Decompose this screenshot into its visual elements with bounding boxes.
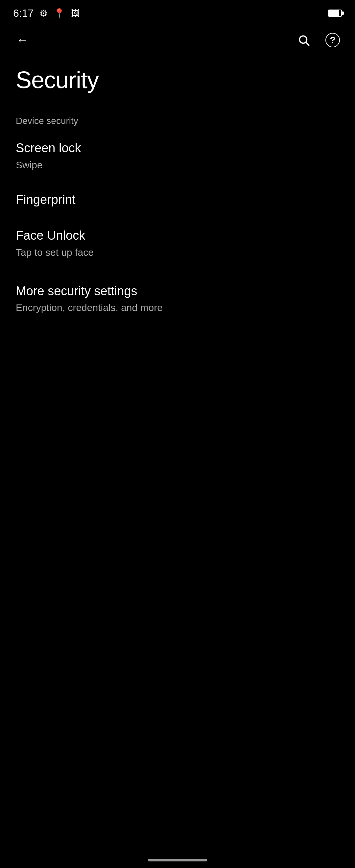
back-button[interactable]: ←: [13, 31, 32, 49]
screen-lock-subtitle: Swipe: [16, 158, 339, 171]
screen-lock-title: Screen lock: [16, 141, 339, 156]
status-bar: 6:17 ⚙ 📍 🖼: [0, 0, 355, 24]
fingerprint-title: Fingerprint: [16, 192, 339, 208]
nav-left: ←: [13, 31, 32, 49]
help-button[interactable]: ?: [323, 31, 342, 49]
home-indicator: [148, 859, 207, 861]
battery-icon: [328, 9, 342, 17]
status-bar-left: 6:17 ⚙ 📍 🖼: [13, 7, 79, 20]
top-nav: ← ?: [0, 24, 355, 57]
more-security-settings-subtitle: Encryption, credentials, and more: [16, 301, 339, 314]
screenshot-icon: 🖼: [71, 8, 79, 19]
device-security-label: Device security: [16, 116, 78, 126]
device-security-section-header: Device security: [0, 106, 355, 130]
more-security-settings-title: More security settings: [16, 284, 339, 299]
fingerprint-item[interactable]: Fingerprint: [0, 182, 355, 218]
gear-icon: ⚙: [39, 8, 48, 19]
page-title-section: Security: [0, 57, 355, 100]
back-arrow-icon: ←: [16, 33, 29, 48]
status-time: 6:17: [13, 7, 34, 20]
settings-list: Device security Screen lock Swipe Finger…: [0, 100, 355, 331]
help-circle-icon: ?: [325, 33, 340, 48]
search-button[interactable]: [294, 31, 313, 49]
face-unlock-subtitle: Tap to set up face: [16, 246, 339, 259]
page-title: Security: [16, 66, 339, 93]
battery-fill: [329, 10, 339, 16]
more-security-settings-item[interactable]: More security settings Encryption, crede…: [0, 273, 355, 325]
search-icon: [297, 34, 310, 46]
status-bar-right: [328, 9, 342, 17]
location-icon: 📍: [54, 8, 65, 19]
face-unlock-item[interactable]: Face Unlock Tap to set up face: [0, 218, 355, 269]
face-unlock-title: Face Unlock: [16, 228, 339, 243]
nav-right: ?: [294, 31, 342, 49]
screen-lock-item[interactable]: Screen lock Swipe: [0, 130, 355, 182]
svg-line-1: [306, 42, 309, 45]
